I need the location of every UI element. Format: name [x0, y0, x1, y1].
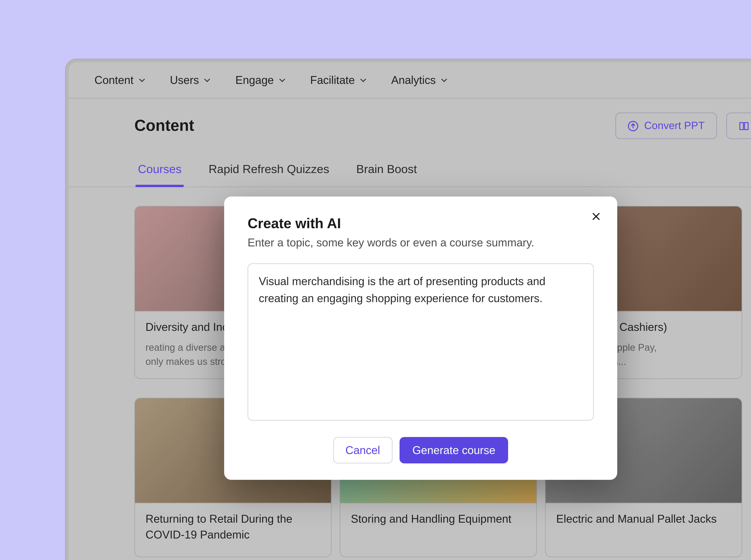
- app-window: Content Users Engage: [66, 59, 751, 560]
- course-title: Storing and Handling Equipment: [351, 512, 526, 527]
- chevron-down-icon: [138, 77, 145, 84]
- nav-item-facilitate[interactable]: Facilitate: [310, 74, 367, 87]
- page-header: Content Convert PPT Browse: [68, 99, 751, 139]
- button-label: Generate course: [412, 444, 495, 456]
- chevron-down-icon: [278, 77, 285, 84]
- cancel-button[interactable]: Cancel: [333, 437, 392, 463]
- nav-item-label: Engage: [235, 74, 274, 87]
- nav-item-label: Content: [95, 74, 134, 87]
- nav-item-label: Facilitate: [310, 74, 355, 87]
- tab-label: Brain Boost: [356, 162, 417, 175]
- convert-ppt-button[interactable]: Convert PPT: [615, 113, 717, 139]
- close-icon: [592, 212, 600, 221]
- button-label: Convert PPT: [644, 120, 705, 132]
- course-title: Electric and Manual Pallet Jacks: [556, 512, 731, 527]
- tab-courses[interactable]: Courses: [136, 162, 184, 186]
- nav-item-label: Users: [170, 74, 199, 87]
- top-nav: Content Users Engage: [68, 62, 751, 99]
- header-actions: Convert PPT Browse: [615, 113, 751, 139]
- browse-button[interactable]: Browse: [726, 113, 751, 139]
- chevron-down-icon: [440, 77, 448, 84]
- topic-textarea[interactable]: [248, 263, 594, 421]
- generate-course-button[interactable]: Generate course: [399, 437, 508, 463]
- course-title: Returning to Retail During the COVID-19 …: [145, 512, 320, 543]
- close-button[interactable]: [589, 209, 603, 223]
- button-label: Cancel: [345, 444, 380, 456]
- nav-item-engage[interactable]: Engage: [235, 74, 286, 87]
- chevron-down-icon: [359, 77, 367, 84]
- nav-item-content[interactable]: Content: [95, 74, 145, 87]
- create-with-ai-modal: Create with AI Enter a topic, some key w…: [224, 197, 617, 480]
- nav-item-users[interactable]: Users: [170, 74, 211, 87]
- app-surface: Content Users Engage: [68, 62, 751, 560]
- modal-actions: Cancel Generate course: [248, 437, 594, 463]
- upload-circle-icon: [628, 121, 638, 131]
- modal-title: Create with AI: [248, 215, 594, 232]
- book-icon: [739, 121, 749, 131]
- tab-label: Courses: [138, 162, 181, 175]
- tab-label: Rapid Refresh Quizzes: [209, 162, 329, 175]
- chevron-down-icon: [204, 77, 211, 84]
- page-title: Content: [134, 117, 194, 135]
- tab-brain-boost[interactable]: Brain Boost: [354, 162, 419, 186]
- nav-item-label: Analytics: [391, 74, 436, 87]
- tab-bar: Courses Rapid Refresh Quizzes Brain Boos…: [68, 139, 751, 187]
- modal-subtitle: Enter a topic, some key words or even a …: [248, 236, 594, 249]
- tab-rapid-refresh-quizzes[interactable]: Rapid Refresh Quizzes: [206, 162, 332, 186]
- nav-item-analytics[interactable]: Analytics: [391, 74, 448, 87]
